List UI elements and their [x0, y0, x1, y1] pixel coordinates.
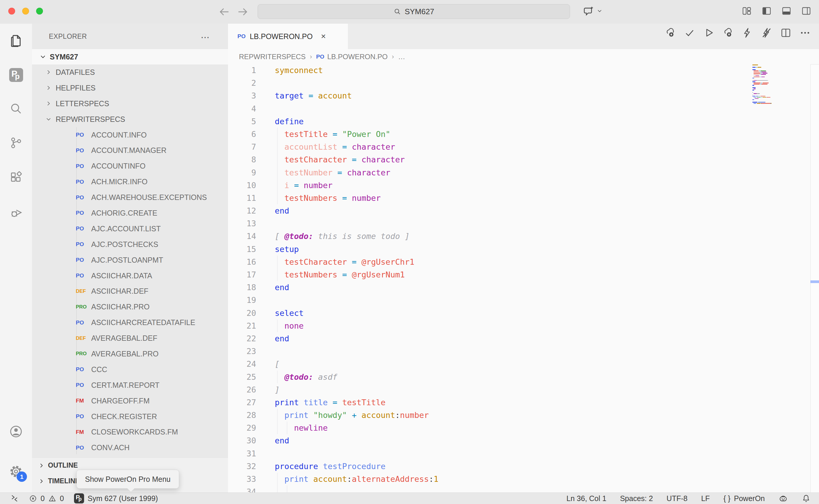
navigate-forward-icon[interactable]: [236, 5, 249, 18]
navigate-back-icon[interactable]: [218, 5, 231, 18]
breadcrumb[interactable]: REPWRITERSPECS › PO LB.POWERON.PO › …: [228, 49, 819, 64]
breadcrumb-file[interactable]: LB.POWERON.PO: [327, 53, 388, 61]
code-line[interactable]: 30end: [228, 434, 751, 447]
code-editor[interactable]: 1symconnect23target = account45define6 t…: [228, 64, 751, 492]
explorer-more-actions[interactable]: ⋯: [201, 32, 210, 42]
project-root-row[interactable]: SYM627: [32, 49, 228, 64]
tree-file-row[interactable]: POAJC.ACCOUNT.LIST: [32, 221, 228, 237]
tree-file-row[interactable]: POACHORIG.CREATE: [32, 205, 228, 221]
tree-file-row[interactable]: PROASCIICHAR.PRO: [32, 299, 228, 315]
code-line[interactable]: 26]: [228, 383, 751, 396]
bolt-off-icon[interactable]: [761, 27, 772, 38]
code-line[interactable]: 25 @todo: asdf: [228, 371, 751, 383]
code-line[interactable]: 23: [228, 345, 751, 358]
code-line[interactable]: 27print title = testTitle: [228, 396, 751, 409]
code-line[interactable]: 2: [228, 77, 751, 89]
tree-file-row[interactable]: DEFASCIICHAR.DEF: [32, 283, 228, 299]
tree-file-row[interactable]: PROAVERAGEBAL.PRO: [32, 346, 228, 362]
poweron-pro-icon[interactable]: Pp: [9, 67, 23, 82]
run-debug-icon[interactable]: [9, 205, 23, 219]
code-line[interactable]: 7 accountList = character: [228, 140, 751, 153]
toggle-panel-icon[interactable]: [781, 6, 791, 16]
bolt-icon[interactable]: [742, 27, 753, 38]
tree-file-row[interactable]: POACCOUNTINFO: [32, 158, 228, 174]
breadcrumb-folder[interactable]: REPWRITERSPECS: [239, 53, 306, 61]
tree-folder-row[interactable]: REPWRITERSPECS: [32, 112, 228, 127]
code-line[interactable]: 3target = account: [228, 89, 751, 102]
tree-file-row[interactable]: POAJC.POSTLOANPMT: [32, 252, 228, 268]
tree-file-row[interactable]: POCONV.ACH: [32, 440, 228, 455]
tree-file-row[interactable]: POAJC.POSTCHECKS: [32, 237, 228, 252]
window-close-button[interactable]: [8, 8, 15, 14]
code-line[interactable]: 15setup: [228, 243, 751, 256]
check-icon[interactable]: [684, 27, 695, 38]
more-actions-icon[interactable]: [799, 27, 811, 38]
breadcrumb-more[interactable]: …: [398, 53, 405, 61]
code-line[interactable]: 29 newline: [228, 421, 751, 434]
tree-file-row[interactable]: POACH.WAREHOUSE.EXCEPTIONS: [32, 190, 228, 205]
problems-indicator[interactable]: 0 0: [29, 494, 64, 503]
search-view-icon[interactable]: [9, 101, 23, 116]
scrollbar-track[interactable]: [810, 64, 819, 492]
code-line[interactable]: 10 i = number: [228, 179, 751, 192]
code-line[interactable]: 16 testCharacter = @rgUserChr1: [228, 256, 751, 268]
remote-indicator-icon[interactable]: [10, 494, 19, 503]
code-line[interactable]: 19: [228, 294, 751, 306]
code-line[interactable]: 5define: [228, 115, 751, 128]
code-line[interactable]: 33 print account:alternateAddress:1: [228, 473, 751, 485]
code-line[interactable]: 22end: [228, 332, 751, 345]
code-line[interactable]: 6 testTitle = "Power On": [228, 128, 751, 140]
tree-file-row[interactable]: FMCLOSEWORKCARDS.FM: [32, 424, 228, 440]
tree-file-row[interactable]: POACCOUNT.MANAGER: [32, 143, 228, 158]
explorer-icon[interactable]: [9, 33, 23, 48]
toggle-secondary-sidebar-icon[interactable]: [801, 6, 811, 16]
code-line[interactable]: 12end: [228, 204, 751, 217]
minimap[interactable]: [752, 64, 808, 242]
encoding[interactable]: UTF-8: [667, 494, 688, 503]
cloud-upload-icon[interactable]: [723, 27, 734, 38]
code-line[interactable]: 14[ @todo: this is some todo ]: [228, 230, 751, 243]
command-center-search[interactable]: SYM627: [258, 4, 570, 19]
poweron-session-status[interactable]: Pp Sym 627 (User 1999): [74, 493, 158, 503]
code-line[interactable]: 18end: [228, 281, 751, 294]
extensions-icon[interactable]: [9, 170, 23, 185]
eol-sequence[interactable]: LF: [701, 494, 710, 503]
copilot-chat-button[interactable]: [583, 5, 603, 17]
window-maximize-button[interactable]: [36, 8, 43, 14]
notifications-bell-icon[interactable]: [802, 494, 811, 503]
code-line[interactable]: 17 testNumbers = @rgUserNum1: [228, 268, 751, 281]
code-line[interactable]: 4: [228, 102, 751, 115]
tree-file-row[interactable]: POASCIICHARCREATEDATAFILE: [32, 315, 228, 330]
tab-lb-poweron-po[interactable]: PO LB.POWERON.PO ×: [228, 24, 348, 49]
customize-layout-icon[interactable]: [742, 6, 752, 16]
run-icon[interactable]: [703, 27, 715, 38]
code-line[interactable]: 34: [228, 485, 751, 492]
code-line[interactable]: 31: [228, 447, 751, 460]
code-line[interactable]: 11 testNumbers = number: [228, 192, 751, 204]
tree-file-row[interactable]: POACCOUNT.INFO: [32, 127, 228, 143]
tree-folder-row[interactable]: DATAFILES: [32, 64, 228, 80]
toggle-primary-sidebar-icon[interactable]: [762, 6, 772, 16]
code-line[interactable]: 28 print "howdy" + account:number: [228, 409, 751, 421]
language-mode[interactable]: { } PowerOn: [723, 494, 765, 503]
tree-file-row[interactable]: POCHECK.REGISTER: [32, 409, 228, 424]
tree-file-row[interactable]: FMCHARGEOFF.FM: [32, 393, 228, 409]
code-line[interactable]: 32procedure testProcedure: [228, 460, 751, 473]
code-line[interactable]: 13: [228, 217, 751, 230]
cursor-position[interactable]: Ln 36, Col 1: [566, 494, 606, 503]
tree-folder-row[interactable]: HELPFILES: [32, 80, 228, 96]
indentation[interactable]: Spaces: 2: [620, 494, 653, 503]
copilot-status-icon[interactable]: [778, 494, 788, 503]
tree-file-row[interactable]: POACH.MICR.INFO: [32, 174, 228, 190]
cloud-download-icon[interactable]: [665, 27, 676, 38]
code-line[interactable]: 9 testNumber = character: [228, 166, 751, 179]
tree-file-row[interactable]: POASCIICHAR.DATA: [32, 268, 228, 284]
window-minimize-button[interactable]: [22, 8, 29, 14]
code-line[interactable]: 20select: [228, 307, 751, 319]
tree-file-row[interactable]: POCCC: [32, 362, 228, 377]
tree-file-row[interactable]: DEFAVERAGEBAL.DEF: [32, 330, 228, 346]
code-line[interactable]: 1symconnect: [228, 64, 751, 77]
settings-gear-icon[interactable]: 1: [9, 464, 23, 479]
code-line[interactable]: 8 testCharacter = character: [228, 153, 751, 166]
split-editor-icon[interactable]: [780, 27, 791, 38]
